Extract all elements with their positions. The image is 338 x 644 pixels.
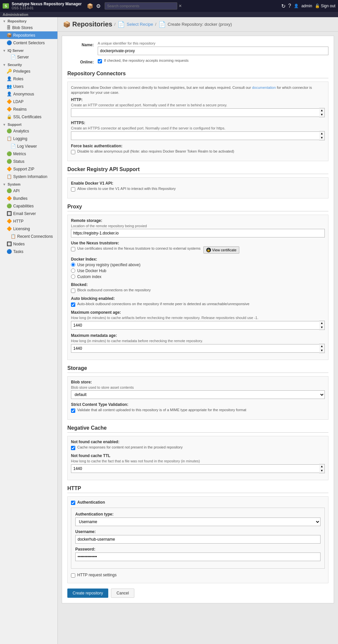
blocked-checkbox[interactable] [71, 289, 75, 293]
auto-blocking-hint: Auto-block outbound connections on the r… [77, 302, 250, 306]
http-connector-input[interactable] [71, 108, 319, 117]
view-certificate-button[interactable]: 🔒 View certificate [203, 246, 240, 254]
sidebar-item-metrics[interactable]: 🟢 Metrics [0, 150, 57, 158]
create-icon: 📄 [158, 21, 166, 28]
auth-box: Authentication type: Username Username: … [71, 508, 325, 569]
sidebar-item-api[interactable]: 🟢 API [0, 187, 57, 195]
online-checkbox[interactable] [98, 59, 102, 63]
sidebar-item-nodes[interactable]: 🔲 Nodes [0, 240, 57, 248]
http-connector-down[interactable]: ▼ [319, 113, 324, 117]
enable-v1-checkbox[interactable] [71, 187, 75, 192]
cert-icon: 🔒 [206, 248, 211, 252]
strict-content-checkbox[interactable] [71, 409, 75, 413]
doc-link[interactable]: documentation [252, 86, 276, 89]
signout-link[interactable]: 🔓 Sign out [315, 4, 335, 8]
max-meta-age-down[interactable]: ▼ [319, 348, 324, 353]
sidebar-item-label: Content Selectors [13, 41, 45, 45]
http-connector-up[interactable]: ▲ [319, 108, 324, 113]
sidebar-item-system-info[interactable]: 📋 System Information [0, 173, 57, 180]
https-connector-up[interactable]: ▲ [319, 131, 324, 136]
force-auth-hint: Disable to allow anonymous pull (Note: a… [77, 149, 234, 153]
cancel-button[interactable]: Cancel [111, 589, 134, 598]
sidebar-item-log-viewer[interactable]: 📄 Log Viewer [0, 142, 57, 150]
max-meta-age-input[interactable] [71, 344, 319, 353]
app-version: OSS 3.13.0-01 [12, 6, 82, 10]
auth-password-input[interactable] [75, 553, 321, 561]
sidebar-item-users[interactable]: 👥 Users [0, 83, 57, 90]
http-connector-label: HTTP: [71, 97, 325, 102]
not-found-ttl-up[interactable]: ▲ [319, 464, 324, 469]
breadcrumb-root[interactable]: Repositories [72, 20, 112, 28]
sidebar-item-bundles[interactable]: 🔶 Bundles [0, 195, 57, 202]
sidebar-section-system: ▼ System [0, 180, 57, 187]
sidebar-item-realms[interactable]: 🔶 Realms [0, 105, 57, 113]
enable-v1-group: Enable Docker V1 API: Allow clients to u… [71, 181, 325, 192]
sidebar-item-content-selectors[interactable]: 🔵 Content Selectors [0, 39, 57, 47]
sidebar-item-tasks[interactable]: 🔵 Tasks [0, 248, 57, 255]
sidebar-item-capabilities[interactable]: 🟢 Capabilities [0, 202, 57, 210]
not-found-ttl-down[interactable]: ▼ [319, 469, 324, 473]
help-icon[interactable]: ? [288, 3, 291, 9]
name-input[interactable] [98, 47, 328, 55]
log-viewer-icon: 📄 [11, 144, 16, 149]
sidebar-item-server[interactable]: 📄 Server [0, 53, 57, 61]
max-meta-age-group: Maximum metadata age: How long (in minut… [71, 333, 325, 353]
sidebar-item-anonymous[interactable]: 👤 Anonymous [0, 90, 57, 98]
max-comp-age-hint: How long (in minutes) to cache artifacts… [71, 316, 325, 320]
docker-index-radio-custom[interactable] [71, 274, 75, 279]
remote-storage-input[interactable] [71, 229, 325, 237]
content-header: 📦 Repositories / 📄 Select Recipe / 📄 Cre… [58, 17, 338, 32]
sidebar-item-blob-stores[interactable]: 🗄 Blob Stores [0, 24, 57, 31]
sidebar-item-label: System Information [13, 174, 47, 179]
auth-checkbox[interactable] [71, 501, 75, 505]
gear-icon[interactable]: ⚙ [96, 3, 101, 9]
not-found-ttl-input[interactable] [71, 464, 319, 473]
sidebar-item-roles[interactable]: 👤 Roles [0, 75, 57, 83]
sidebar-item-logging[interactable]: 📋 Logging [0, 135, 57, 142]
sidebar-item-recent-connections[interactable]: 📋 Recent Connections [0, 233, 57, 240]
max-meta-age-up[interactable]: ▲ [319, 344, 324, 348]
http-request-checkbox[interactable] [71, 573, 75, 578]
capabilities-icon: 🟢 [7, 203, 12, 208]
max-comp-age-down[interactable]: ▼ [319, 325, 324, 330]
sidebar-item-ldap[interactable]: 🔶 LDAP [0, 98, 57, 105]
not-found-cache-label: Not found cache enabled: [71, 440, 325, 444]
max-meta-age-label: Maximum metadata age: [71, 333, 325, 338]
auto-blocking-checkbox[interactable] [71, 303, 75, 307]
docker-index-radio-hub[interactable] [71, 268, 75, 273]
blob-store-select[interactable]: default [71, 390, 325, 399]
max-comp-age-up[interactable]: ▲ [319, 321, 324, 325]
sidebar-item-licensing[interactable]: 🔶 Licensing [0, 225, 57, 233]
docker-index-radio-proxy[interactable] [71, 263, 75, 267]
sidebar-item-email-server[interactable]: 🔲 Email Server [0, 210, 57, 217]
not-found-cache-checkbox[interactable] [71, 446, 75, 450]
view-cert-label: View certificate [212, 248, 237, 252]
sidebar-item-repositories[interactable]: 📦 Repositories [0, 31, 57, 39]
http-subsection: Authentication Authentication type: User… [67, 496, 328, 583]
https-connector-input[interactable] [71, 131, 319, 140]
create-repository-button[interactable]: Create repository [67, 589, 108, 598]
sidebar-item-support-zip[interactable]: 🔶 Support ZIP [0, 165, 57, 173]
username: admin [301, 4, 312, 8]
max-comp-age-spinner: ▲ ▼ [319, 321, 325, 330]
sidebar-item-privileges[interactable]: 🔑 Privileges [0, 67, 57, 75]
search-input[interactable] [105, 2, 177, 10]
sidebar-item-http[interactable]: 🔶 HTTP [0, 217, 57, 225]
box-icon[interactable]: 📦 [87, 3, 93, 9]
auth-type-group: Authentication type: Username [75, 512, 321, 526]
sidebar-item-status[interactable]: 🟢 Status [0, 158, 57, 165]
refresh-icon[interactable]: ↻ [281, 3, 286, 9]
breadcrumb-step1[interactable]: Select Recipe [127, 22, 153, 27]
sidebar-item-ssl-certs[interactable]: 🔒 SSL Certificates [0, 113, 57, 121]
force-auth-checkbox[interactable] [71, 150, 75, 154]
max-comp-age-input[interactable] [71, 321, 319, 330]
nexus-truststore-checkbox[interactable] [71, 247, 75, 251]
http-title: HTTP [67, 485, 328, 493]
auth-type-select[interactable]: Username [75, 518, 321, 526]
force-auth-checkbox-row: Disable to allow anonymous pull (Note: a… [71, 149, 325, 154]
sidebar-item-label: Logging [13, 136, 27, 141]
sidebar-item-analytics[interactable]: 🟢 Analytics [0, 127, 57, 135]
auth-username-input[interactable] [75, 535, 321, 544]
search-clear-icon[interactable]: ✕ [179, 4, 182, 8]
https-connector-down[interactable]: ▼ [319, 136, 324, 140]
